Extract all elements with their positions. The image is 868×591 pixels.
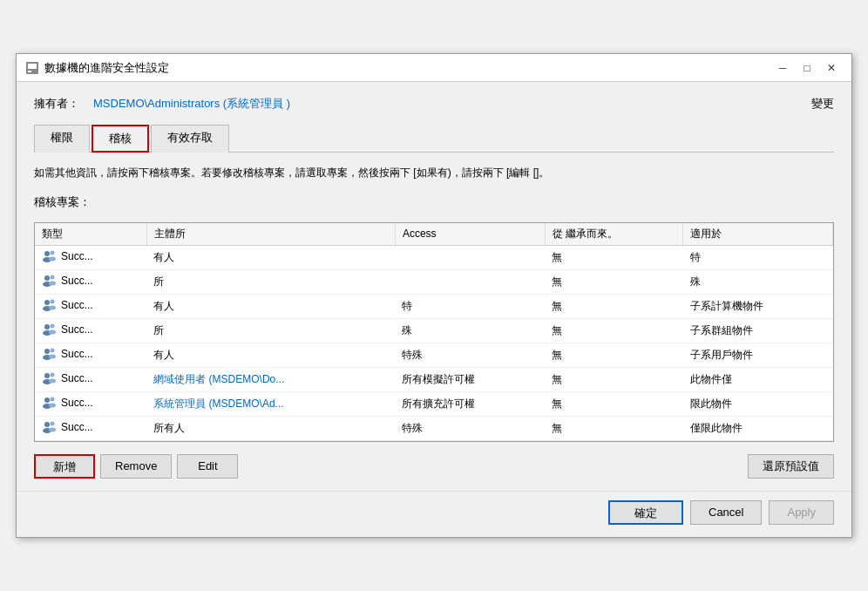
maximize-button[interactable]: □ — [796, 59, 818, 77]
svg-point-7 — [44, 275, 50, 281]
svg-point-31 — [44, 422, 50, 427]
user-group-icon — [42, 322, 58, 337]
tab-bar: 權限 稽核 有效存取 — [34, 124, 834, 153]
table-row[interactable]: Succ...有人特無子系計算機物件 — [35, 294, 833, 318]
add-button[interactable]: 新增 — [34, 454, 95, 479]
cell-inherited: 無 — [545, 391, 683, 416]
svg-point-21 — [51, 348, 55, 352]
description-text: 如需其他資訊，請按兩下稽核專案。若要修改稽核專案，請選取專案，然後按兩下 [如果… — [34, 165, 834, 181]
cell-subject: 系統管理員 (MSDEMO\Ad... — [146, 391, 395, 416]
cell-type: Succ... — [35, 416, 146, 440]
ok-button[interactable]: 確定 — [608, 500, 683, 525]
minimize-button[interactable]: ─ — [771, 59, 794, 77]
tab-permissions[interactable]: 權限 — [34, 125, 90, 153]
cell-access: 特 — [395, 294, 545, 318]
cell-access — [395, 245, 545, 269]
svg-point-3 — [44, 251, 50, 256]
tab-audit[interactable]: 稽核 — [92, 125, 149, 153]
table-row[interactable]: Succ...系統管理員 (MSDEMO\Ad...所有擴充許可權無限此物件 — [35, 391, 833, 416]
cancel-button[interactable]: Cancel — [690, 500, 762, 525]
user-group-icon — [42, 346, 58, 362]
window-title: 數據機的進階安全性設定 — [44, 60, 169, 76]
cell-access — [395, 269, 545, 294]
close-button[interactable]: ✕ — [820, 59, 843, 77]
cell-applies: 子系用戶物件 — [683, 343, 833, 367]
svg-point-10 — [49, 281, 56, 285]
table-row[interactable]: Succ...所無殊 — [35, 269, 833, 294]
cell-subject: 有人 — [146, 245, 395, 269]
table-row[interactable]: Succ...所有人特殊無僅限此物件 — [35, 416, 833, 440]
svg-rect-2 — [28, 71, 31, 72]
content-area: 擁有者： MSDEMO\Administrators (系統管理員 ) 變更 權… — [17, 82, 851, 486]
cell-applies: 限此物件 — [683, 391, 833, 416]
cell-access: 殊 — [395, 318, 545, 343]
table-body: Succ...有人無特 Succ...所無殊 Succ...有人特無子系計算機物… — [35, 245, 833, 440]
cell-applies: 子系群組物件 — [683, 318, 833, 343]
cell-type: Succ... — [35, 391, 146, 416]
cell-type: Succ... — [35, 367, 146, 391]
user-group-icon — [42, 273, 58, 289]
svg-point-15 — [44, 324, 50, 329]
svg-point-29 — [51, 397, 55, 401]
cell-type: Succ... — [35, 269, 146, 294]
cell-access: 所有模擬許可權 — [395, 367, 545, 391]
remove-button[interactable]: Remove — [100, 454, 172, 479]
cell-subject: 所有人 — [146, 416, 395, 440]
svg-point-30 — [49, 403, 56, 407]
footer: 確定 Cancel Apply — [17, 491, 851, 537]
audit-table: 類型 主體所 Access 從 繼承而來。 適用於 Succ...有人無特 Su… — [35, 223, 833, 441]
cell-type: Succ... — [35, 318, 146, 343]
cell-inherited: 無 — [545, 343, 683, 367]
svg-point-14 — [49, 305, 56, 309]
cell-access: 特殊 — [395, 343, 545, 367]
cell-inherited: 無 — [545, 416, 683, 440]
cell-subject: 所 — [146, 318, 395, 343]
table-row[interactable]: Succ...有人特殊無子系用戶物件 — [35, 343, 833, 367]
cell-type: Succ... — [35, 245, 146, 269]
user-group-icon — [42, 370, 58, 386]
cell-applies: 特 — [683, 245, 833, 269]
svg-point-33 — [51, 421, 55, 425]
cell-applies: 此物件僅 — [683, 367, 833, 391]
svg-point-34 — [49, 427, 56, 431]
action-row: 新增 Remove Edit 還原預設值 — [34, 454, 834, 479]
title-bar: 數據機的進階安全性設定 ─ □ ✕ — [17, 54, 851, 82]
svg-point-19 — [44, 349, 50, 354]
owner-row: 擁有者： MSDEMO\Administrators (系統管理員 ) 變更 — [34, 96, 834, 112]
cell-applies: 僅限此物件 — [683, 416, 833, 440]
cell-type: Succ... — [35, 343, 146, 367]
svg-rect-1 — [28, 64, 37, 69]
svg-point-6 — [49, 256, 56, 261]
cell-subject: 所 — [146, 269, 395, 294]
table-row[interactable]: Succ...有人無特 — [35, 245, 833, 269]
svg-point-9 — [51, 275, 55, 279]
cell-applies: 殊 — [683, 269, 833, 294]
section-label: 稽核專案： — [34, 194, 834, 210]
title-controls: ─ □ ✕ — [771, 59, 843, 77]
svg-point-22 — [49, 354, 56, 358]
restore-defaults-button[interactable]: 還原預設值 — [748, 454, 834, 479]
col-type: 類型 — [35, 223, 146, 246]
col-applies: 適用於 — [683, 223, 833, 246]
cell-type: Succ... — [35, 294, 146, 318]
cell-inherited: 無 — [545, 294, 683, 318]
edit-button[interactable]: Edit — [177, 454, 238, 479]
svg-point-26 — [49, 378, 56, 383]
user-group-icon — [42, 297, 58, 313]
audit-table-container[interactable]: 類型 主體所 Access 從 繼承而來。 適用於 Succ...有人無特 Su… — [34, 222, 834, 442]
tab-effective[interactable]: 有效存取 — [151, 125, 229, 153]
cell-inherited: 無 — [545, 367, 683, 391]
change-owner-button[interactable]: 變更 — [811, 96, 834, 112]
table-row[interactable]: Succ...所殊無子系群組物件 — [35, 318, 833, 343]
table-row[interactable]: Succ...網域使用者 (MSDEMO\Do...所有模擬許可權無此物件僅 — [35, 367, 833, 391]
col-inherited: 從 繼承而來。 — [545, 223, 683, 246]
cell-inherited: 無 — [545, 318, 683, 343]
svg-point-25 — [51, 372, 55, 377]
user-group-icon — [42, 248, 58, 264]
svg-point-13 — [51, 299, 55, 303]
apply-button[interactable]: Apply — [769, 500, 834, 525]
cell-access: 所有擴充許可權 — [395, 391, 545, 416]
cell-inherited: 無 — [545, 245, 683, 269]
main-window: 數據機的進階安全性設定 ─ □ ✕ 擁有者： MSDEMO\Administra… — [16, 53, 852, 537]
svg-point-5 — [51, 250, 55, 255]
